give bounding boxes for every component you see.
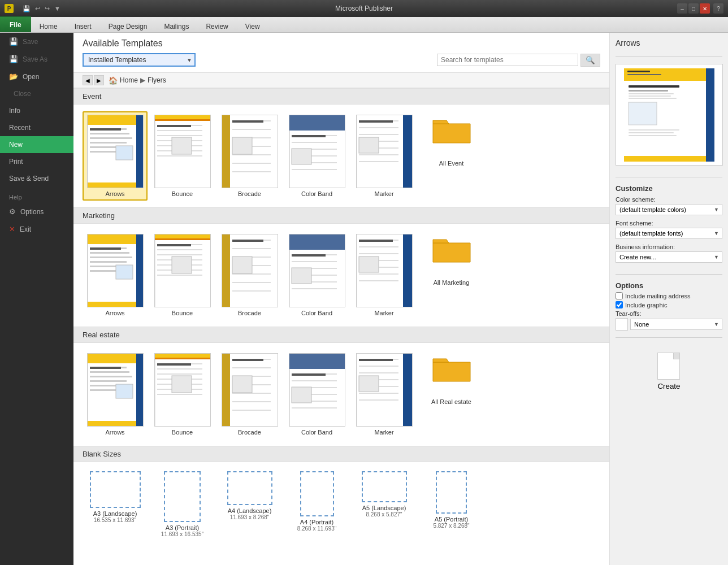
tearoffs-section: Tear-offs: None [616,310,722,331]
folder-item-marketing[interactable]: All Marketing [419,231,484,320]
sidebar-item-print[interactable]: Print [0,153,73,170]
tab-mailings[interactable]: Mailings [155,20,197,32]
qa-more[interactable]: ▼ [53,4,62,13]
svg-rect-182 [627,74,661,75]
svg-rect-6 [90,142,127,144]
template-item-brocade-marketing[interactable]: Brocade [217,231,282,320]
blank-item-a5p[interactable]: A5 (Portrait)5.827 x 8.268" [419,469,484,540]
template-item-brocade-realestate[interactable]: Brocade [217,350,282,439]
sidebar-item-save-as[interactable]: 💾 Save As [0,50,73,68]
template-item-colorband-realestate[interactable]: Color Band [284,350,349,439]
color-scheme-select-wrap: (default template colors) [616,204,722,215]
include-graphic-row: Include graphic [616,301,722,308]
section-header-marketing: Marketing [73,207,609,224]
blank-thumb-a5p [436,471,467,514]
folder-item-realestate[interactable]: All Real estate [419,350,484,439]
blank-item-a5l[interactable]: A5 (Landscape)8.268 x 5.827" [352,469,417,540]
svg-rect-134 [157,363,191,366]
tearoffs-select[interactable]: None [630,319,722,330]
color-scheme-label: Color scheme: [616,196,722,203]
template-label-marker-event: Marker [374,190,393,197]
home-icon: 🏠 [109,76,118,85]
maximize-button[interactable]: □ [688,3,699,14]
sidebar-item-save[interactable]: 💾 Save [0,33,73,50]
template-item-bounce-event[interactable]: Bounce [150,111,215,201]
svg-rect-55 [359,137,379,153]
svg-rect-173 [629,93,674,94]
tab-insert[interactable]: Insert [66,20,100,32]
main-controls: Installed Templates 🔍 [83,53,600,67]
folder-label-realestate: All Real estate [431,398,471,405]
minimize-button[interactable]: – [677,3,687,14]
template-select-container: Installed Templates [83,53,196,67]
template-item-marker-event[interactable]: Marker [352,111,417,201]
qa-redo[interactable]: ↪ [44,4,51,14]
template-select[interactable]: Installed Templates [83,53,196,67]
sidebar-item-new[interactable]: New [0,136,73,153]
template-item-colorband-event[interactable]: Color Band [284,111,349,201]
sidebar-item-recent[interactable]: Recent [0,119,73,136]
tab-review[interactable]: Review [197,20,236,32]
mailing-address-checkbox[interactable] [616,292,623,299]
sidebar-item-options[interactable]: ⚙ Options [0,203,73,220]
sidebar-item-save-send[interactable]: Save & Send [0,170,73,187]
section-header-blank: Blank Sizes [73,446,609,462]
blank-item-a3l[interactable]: A3 (Landscape)16.535 x 11.693" [83,469,148,540]
blank-item-a4l[interactable]: A4 (Landscape)11.693 x 8.268" [217,469,282,540]
qa-undo[interactable]: ↩ [34,4,41,14]
template-item-brocade-event[interactable]: Brocade [217,111,282,201]
svg-rect-33 [232,120,263,123]
create-button[interactable]: Create [648,349,689,394]
close-button[interactable]: ✕ [700,3,710,14]
folder-label-marketing: All Marketing [434,279,470,286]
template-item-arrows-realestate[interactable]: Arrows [83,350,148,439]
folder-item-event[interactable]: All Event [419,111,484,201]
tab-file[interactable]: File [0,16,31,32]
template-item-colorband-marketing[interactable]: Color Band [284,231,349,320]
svg-rect-158 [403,353,412,427]
help-button[interactable]: ? [713,3,723,14]
sidebar-item-info[interactable]: Info [0,102,73,119]
include-graphic-checkbox[interactable] [616,301,623,308]
template-item-arrows-marketing[interactable]: Arrows [83,231,148,320]
template-thumb-colorband-event [289,115,345,188]
svg-rect-11 [88,182,136,188]
template-grid-realestate: ArrowsBounceBrocadeColor BandMarkerAll R… [73,347,609,446]
sidebar-item-close[interactable]: Close [0,85,73,102]
panel-preview [616,64,723,166]
template-item-marker-realestate[interactable]: Marker [352,350,417,439]
template-item-bounce-marketing[interactable]: Bounce [150,231,215,320]
svg-rect-2 [136,115,143,188]
search-input[interactable] [437,54,578,66]
template-label-marker-marketing: Marker [374,310,393,316]
sidebar-item-exit[interactable]: ✕ Exit [0,220,73,238]
template-label-brocade-realestate: Brocade [238,429,261,436]
blank-item-a4p[interactable]: A4 (Portrait)8.268 x 11.693" [284,469,349,540]
template-label-colorband-realestate: Color Band [301,429,332,436]
font-scheme-select[interactable]: (default template fonts) [616,228,722,239]
template-label-bounce-realestate: Bounce [172,429,193,436]
blank-item-a3p[interactable]: A3 (Portrait)11.693 x 16.535" [150,469,215,540]
tab-view[interactable]: View [237,20,268,32]
breadcrumb-home[interactable]: Home [120,76,138,84]
qa-save[interactable]: 💾 [21,4,32,14]
search-button[interactable]: 🔍 [580,54,600,67]
blank-thumb-a4p [300,471,334,516]
template-item-marker-marketing[interactable]: Marker [352,231,417,320]
breadcrumb-back[interactable]: ◀ [83,75,93,85]
breadcrumb-forward[interactable]: ▶ [94,75,104,85]
sidebar-section-help: Help [0,187,73,203]
main-header: Available Templates Installed Templates … [73,33,609,73]
template-item-arrows-event[interactable]: Arrows [83,111,148,201]
breadcrumb-current[interactable]: Flyers [148,76,166,84]
svg-rect-156 [292,387,311,403]
tab-page-design[interactable]: Page Design [100,20,156,32]
tab-home[interactable]: Home [31,20,66,32]
template-grid-event: ArrowsBounceBrocadeColor BandMarkerAll E… [73,109,609,207]
title-bar-left: P 💾 ↩ ↪ ▼ [5,4,62,14]
color-scheme-select[interactable]: (default template colors) [616,204,722,215]
sidebar-item-open[interactable]: 📂 Open [0,68,73,85]
business-info-select[interactable]: Create new... [616,251,722,263]
business-info-select-wrap: Create new... [616,251,722,263]
template-item-bounce-realestate[interactable]: Bounce [150,350,215,439]
